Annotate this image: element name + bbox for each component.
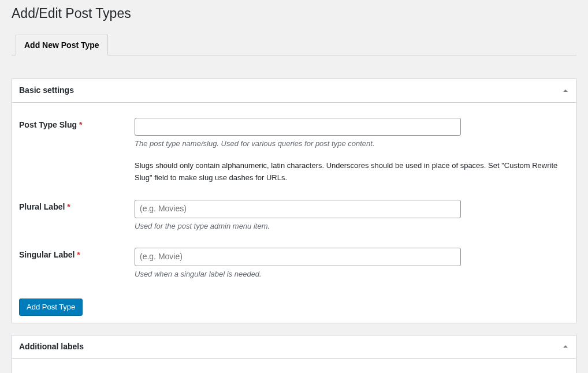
label-plural-text: Plural Label [19, 202, 65, 211]
label-singular-text: Singular Label [19, 250, 75, 259]
label-slug-text: Post Type Slug [19, 120, 77, 129]
singular-hint: Used when a singular label is needed. [135, 268, 563, 280]
label-singular: Singular Label * [19, 240, 135, 288]
panel-additional-labels: Additional labels Post Type Description … [12, 335, 576, 373]
tab-nav: Add New Post Type [12, 29, 576, 55]
panel-basic-header: Basic settings [12, 79, 576, 103]
collapse-toggle-additional[interactable] [555, 336, 576, 357]
slug-hint: The post type name/slug. Used for variou… [135, 138, 563, 150]
label-post-type-description: Post Type Description [19, 365, 135, 373]
panel-additional-header: Additional labels [12, 335, 576, 359]
triangle-up-icon [563, 88, 568, 94]
plural-hint: Used for the post type admin menu item. [135, 221, 563, 232]
panel-basic-settings: Basic settings Post Type Slug * The post… [12, 79, 576, 323]
slug-extra-desc: Slugs should only contain alphanumeric, … [135, 160, 563, 184]
tab-add-new-post-type[interactable]: Add New Post Type [16, 35, 108, 55]
required-mark: * [67, 202, 70, 211]
panel-additional-heading: Additional labels [12, 335, 91, 359]
plural-label-input[interactable] [135, 200, 461, 218]
singular-label-input[interactable] [135, 248, 461, 266]
collapse-toggle-basic[interactable] [555, 80, 576, 101]
page-title: Add/Edit Post Types [12, 0, 576, 25]
post-type-slug-input[interactable] [135, 118, 461, 136]
panel-basic-body: Post Type Slug * The post type name/slug… [12, 103, 576, 323]
label-post-type-slug: Post Type Slug * [19, 110, 135, 192]
triangle-up-icon [563, 344, 568, 349]
panel-additional-body: Post Type Description Perhaps describe w… [12, 359, 576, 373]
panel-basic-heading: Basic settings [12, 79, 81, 102]
add-post-type-button[interactable]: Add Post Type [19, 299, 83, 316]
required-mark: * [79, 120, 82, 129]
required-mark: * [77, 250, 80, 259]
label-plural: Plural Label * [19, 192, 135, 240]
